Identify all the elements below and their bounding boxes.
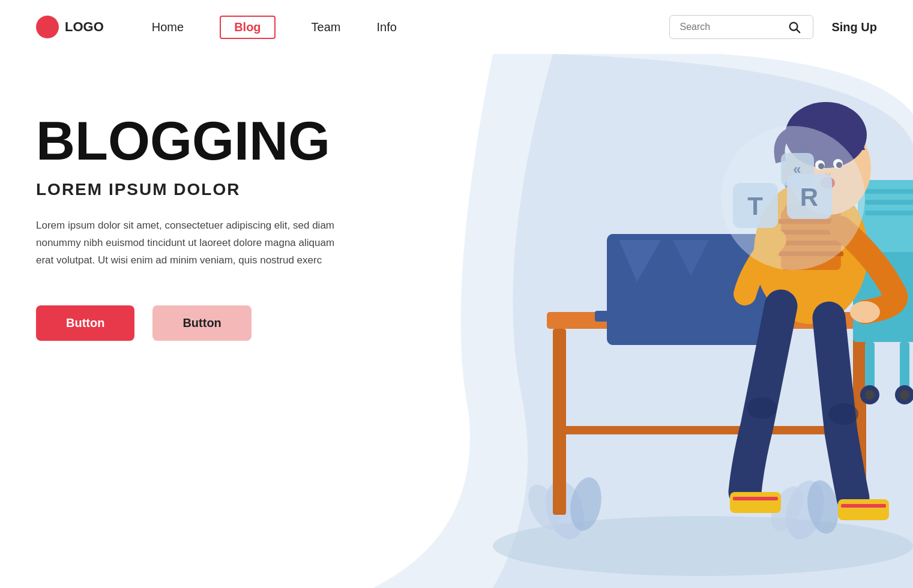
svg-rect-59 bbox=[841, 504, 886, 508]
logo-icon bbox=[36, 16, 59, 38]
search-bar[interactable] bbox=[669, 15, 813, 39]
svg-point-46 bbox=[747, 397, 777, 419]
hero-description: Lorem ipsum dolor sit amet, consectetuer… bbox=[36, 217, 348, 269]
hero-subtitle: LOREM IPSUM DOLOR bbox=[36, 180, 348, 199]
nav-info[interactable]: Info bbox=[376, 20, 396, 34]
hero-title: BLOGGING bbox=[36, 114, 348, 168]
svg-point-23 bbox=[865, 390, 875, 400]
svg-rect-16 bbox=[865, 189, 913, 194]
svg-point-47 bbox=[828, 403, 858, 425]
search-input[interactable] bbox=[679, 22, 788, 32]
svg-rect-54 bbox=[838, 499, 889, 520]
svg-rect-48 bbox=[730, 492, 781, 513]
svg-rect-12 bbox=[553, 426, 866, 434]
svg-point-66 bbox=[721, 126, 865, 270]
secondary-button[interactable]: Button bbox=[152, 305, 251, 341]
svg-rect-17 bbox=[865, 200, 913, 205]
svg-rect-28 bbox=[595, 311, 787, 322]
navbar: LOGO Home Blog Team Info Sing Up bbox=[0, 0, 913, 54]
logo-text: LOGO bbox=[65, 19, 104, 35]
nav-right: Sing Up bbox=[669, 15, 877, 39]
svg-rect-10 bbox=[553, 329, 566, 515]
svg-rect-19 bbox=[865, 342, 875, 390]
svg-point-24 bbox=[900, 390, 909, 400]
hero-illustration: « T R bbox=[373, 54, 913, 588]
hero-content: BLOGGING LOREM IPSUM DOLOR Lorem ipsum d… bbox=[36, 114, 348, 341]
primary-button[interactable]: Button bbox=[36, 305, 134, 341]
svg-line-1 bbox=[797, 29, 800, 32]
nav-blog[interactable]: Blog bbox=[220, 16, 275, 39]
hero-buttons: Button Button bbox=[36, 305, 348, 341]
svg-rect-53 bbox=[733, 497, 778, 500]
signup-button[interactable]: Sing Up bbox=[831, 20, 877, 34]
logo-area[interactable]: LOGO bbox=[36, 16, 104, 38]
svg-rect-20 bbox=[900, 342, 909, 390]
svg-rect-18 bbox=[865, 211, 913, 215]
svg-point-45 bbox=[850, 301, 880, 323]
hero-section: « T R BLOGGING LOREM IPSUM DOLOR Lorem i… bbox=[0, 54, 913, 588]
nav-team[interactable]: Team bbox=[312, 20, 341, 34]
search-icon bbox=[788, 20, 801, 34]
nav-home[interactable]: Home bbox=[152, 20, 184, 34]
nav-links: Home Blog Team Info bbox=[152, 16, 670, 39]
